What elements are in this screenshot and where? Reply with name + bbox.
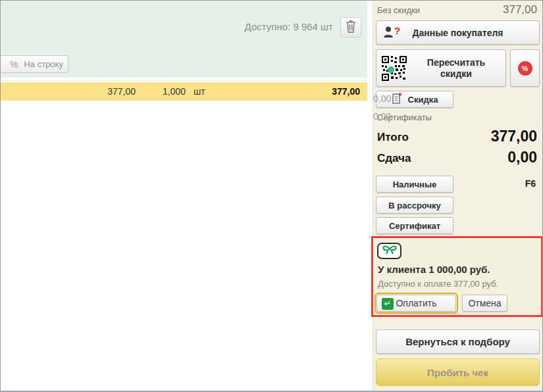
change-label: Сдача <box>377 152 411 165</box>
cancel-bonus-button[interactable]: Отмена <box>462 295 507 312</box>
per-line-label: На строку <box>24 59 63 69</box>
trash-icon <box>344 19 357 36</box>
line-quantity: 1,000 <box>163 82 186 101</box>
pay-installment-label: В рассрочку <box>388 201 440 210</box>
receipt-line-row[interactable]: 377,00 1,000 шт 377,00 <box>1 82 367 101</box>
bonus-available-amount: Доступно к оплате 377,00 руб. <box>378 279 498 289</box>
line-price: 377,00 <box>107 82 136 101</box>
total-label: Итого <box>377 131 409 144</box>
discount-doc-icon <box>392 92 403 107</box>
no-discount-label: Без скидки <box>377 5 420 15</box>
print-receipt-label: Пробить чек <box>427 367 488 378</box>
pay-cash-label: Наличные <box>393 180 437 189</box>
print-receipt-button[interactable]: Пробить чек <box>376 358 540 386</box>
pay-bonus-label: Оплатить <box>396 298 436 308</box>
percent-icon: % <box>10 59 18 70</box>
question-icon: ? <box>394 26 400 36</box>
discount-value: 0,00 <box>373 93 391 104</box>
percent-badge-icon: % <box>518 61 532 76</box>
pay-certificate-label: Сертификат <box>389 221 440 231</box>
payment-sidebar: Без скидки 377,00 ? Данные покупателя <box>373 1 542 391</box>
certificates-value: 0,00 <box>373 111 391 122</box>
cash-hotkey: F6 <box>525 178 536 189</box>
back-to-selection-label: Вернуться к подбору <box>405 336 510 347</box>
divider <box>1 80 367 81</box>
pay-bonus-button[interactable]: ↵ Оплатить <box>376 295 456 312</box>
discount-label: Скидка <box>408 95 438 105</box>
pay-installment-button[interactable]: В рассрочку <box>376 197 453 214</box>
line-unit: шт <box>194 82 205 101</box>
recalc-discounts-label: Пересчитать скидки <box>411 57 502 80</box>
total-value: 377,00 <box>491 128 537 145</box>
bonus-payment-panel: У клиента 1 000,00 руб. Доступно к оплат… <box>371 236 543 317</box>
delete-row-button[interactable] <box>340 17 361 37</box>
no-discount-value: 377,00 <box>503 3 537 16</box>
manual-discount-button[interactable]: % <box>510 49 540 87</box>
qr-code-icon <box>382 56 407 84</box>
customer-data-label: Данные покупателя <box>412 28 503 38</box>
client-bonus-amount: У клиента 1 000,00 руб. <box>378 264 490 275</box>
enter-icon: ↵ <box>382 298 394 310</box>
product-info-panel: Доступно: 9 964 шт % На строку <box>1 1 367 78</box>
discount-per-line-button[interactable]: % На строку <box>0 55 68 73</box>
customer-data-button[interactable]: ? Данные покупателя <box>376 20 540 45</box>
back-to-selection-button[interactable]: Вернуться к подбору <box>376 330 540 354</box>
available-stock-label: Доступно: 9 964 шт <box>245 21 333 32</box>
line-total: 377,00 <box>332 82 360 101</box>
change-value: 0,00 <box>507 149 537 166</box>
pay-cash-button[interactable]: Наличные <box>376 176 453 193</box>
recalc-discounts-button[interactable]: Пересчитать скидки <box>376 49 506 87</box>
gift-bonus-button[interactable] <box>377 243 401 259</box>
cancel-bonus-label: Отмена <box>468 298 501 308</box>
pay-certificate-button[interactable]: Сертификат <box>376 217 453 234</box>
customer-icon: ? <box>383 26 400 37</box>
gift-bow-icon <box>381 245 398 257</box>
